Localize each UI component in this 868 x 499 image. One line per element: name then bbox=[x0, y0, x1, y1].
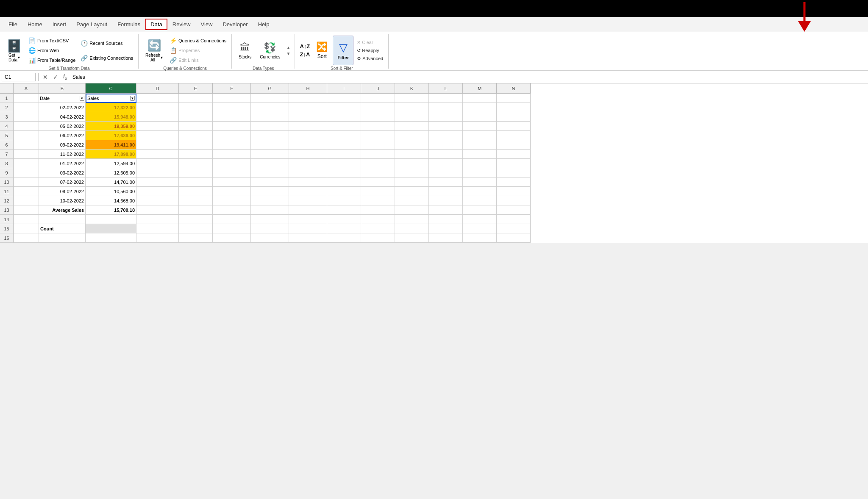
cell-g15[interactable] bbox=[251, 224, 289, 233]
cell-n5[interactable] bbox=[497, 131, 531, 140]
row-number-2[interactable]: 2 bbox=[0, 103, 14, 112]
tab-page-layout[interactable]: Page Layout bbox=[71, 19, 112, 30]
cell-n2[interactable] bbox=[497, 103, 531, 112]
cell-a13[interactable] bbox=[14, 205, 39, 215]
cell-d5[interactable] bbox=[136, 131, 179, 140]
cell-d11[interactable] bbox=[136, 187, 179, 196]
cell-i3[interactable] bbox=[327, 112, 361, 122]
cell-n13[interactable] bbox=[497, 205, 531, 215]
advanced-button[interactable]: ⚙ Advanced bbox=[355, 55, 385, 62]
cell-f16[interactable] bbox=[213, 233, 251, 243]
scroll-up-arrow[interactable]: ▲ bbox=[286, 45, 292, 50]
cell-n7[interactable] bbox=[497, 150, 531, 159]
cell-d13[interactable] bbox=[136, 205, 179, 215]
cell-b5[interactable]: 06-02-2022 bbox=[39, 131, 86, 140]
cell-k15[interactable] bbox=[395, 224, 429, 233]
cell-e2[interactable] bbox=[179, 103, 213, 112]
refresh-all-button[interactable]: 🔄 RefreshAll ▾ bbox=[142, 36, 166, 65]
cell-j7[interactable] bbox=[361, 150, 395, 159]
cell-d16[interactable] bbox=[136, 233, 179, 243]
currencies-button[interactable]: 💱 Currencies bbox=[256, 36, 284, 65]
cell-l12[interactable] bbox=[429, 196, 463, 205]
col-header-f[interactable]: F bbox=[213, 83, 251, 94]
edit-links-button[interactable]: 🔗 Edit Links bbox=[168, 56, 228, 64]
cell-g6[interactable] bbox=[251, 140, 289, 150]
cell-reference-input[interactable] bbox=[2, 73, 36, 81]
tab-view[interactable]: View bbox=[195, 19, 217, 30]
cell-g7[interactable] bbox=[251, 150, 289, 159]
cell-j9[interactable] bbox=[361, 168, 395, 177]
cell-n4[interactable] bbox=[497, 122, 531, 131]
col-header-h[interactable]: H bbox=[289, 83, 327, 94]
cell-g16[interactable] bbox=[251, 233, 289, 243]
cell-h4[interactable] bbox=[289, 122, 327, 131]
cell-g9[interactable] bbox=[251, 168, 289, 177]
cell-j1[interactable] bbox=[361, 94, 395, 103]
cell-c2[interactable]: 17,322.00 bbox=[86, 103, 136, 112]
cell-h13[interactable] bbox=[289, 205, 327, 215]
cell-e15[interactable] bbox=[179, 224, 213, 233]
cell-e13[interactable] bbox=[179, 205, 213, 215]
cell-h14[interactable] bbox=[289, 215, 327, 224]
cell-h3[interactable] bbox=[289, 112, 327, 122]
cell-c5[interactable]: 17,636.00 bbox=[86, 131, 136, 140]
cell-c8[interactable]: 12,594.00 bbox=[86, 159, 136, 168]
cell-j14[interactable] bbox=[361, 215, 395, 224]
cell-n10[interactable] bbox=[497, 177, 531, 187]
cell-g13[interactable] bbox=[251, 205, 289, 215]
cell-c4[interactable]: 19,359.00 bbox=[86, 122, 136, 131]
cell-d14[interactable] bbox=[136, 215, 179, 224]
col-header-g[interactable]: G bbox=[251, 83, 289, 94]
cell-b10[interactable]: 07-02-2022 bbox=[39, 177, 86, 187]
row-number-16[interactable]: 16 bbox=[0, 233, 14, 243]
cell-n11[interactable] bbox=[497, 187, 531, 196]
cell-e7[interactable] bbox=[179, 150, 213, 159]
cell-c7[interactable]: 17,898.00 bbox=[86, 150, 136, 159]
cell-h6[interactable] bbox=[289, 140, 327, 150]
recent-sources-button[interactable]: 🕐 Recent Sources bbox=[79, 39, 135, 47]
cell-a1[interactable] bbox=[14, 94, 39, 103]
cell-i6[interactable] bbox=[327, 140, 361, 150]
col-header-l[interactable]: L bbox=[429, 83, 463, 94]
cell-j6[interactable] bbox=[361, 140, 395, 150]
cell-m15[interactable] bbox=[463, 224, 497, 233]
row-number-13[interactable]: 13 bbox=[0, 205, 14, 215]
tab-insert[interactable]: Insert bbox=[47, 19, 72, 30]
cell-n15[interactable] bbox=[497, 224, 531, 233]
cell-m13[interactable] bbox=[463, 205, 497, 215]
tab-review[interactable]: Review bbox=[167, 19, 196, 30]
cell-i14[interactable] bbox=[327, 215, 361, 224]
cell-k5[interactable] bbox=[395, 131, 429, 140]
row-number-4[interactable]: 4 bbox=[0, 122, 14, 131]
col-header-e[interactable]: E bbox=[179, 83, 213, 94]
properties-button[interactable]: 📋 Properties bbox=[168, 46, 228, 55]
cell-m9[interactable] bbox=[463, 168, 497, 177]
cell-g3[interactable] bbox=[251, 112, 289, 122]
get-data-button[interactable]: 🗄️ GetData ▾ bbox=[3, 36, 25, 65]
clear-button[interactable]: ✕ Clear bbox=[355, 39, 385, 46]
cell-l14[interactable] bbox=[429, 215, 463, 224]
cell-d4[interactable] bbox=[136, 122, 179, 131]
col-header-k[interactable]: K bbox=[395, 83, 429, 94]
cell-e6[interactable] bbox=[179, 140, 213, 150]
tab-home[interactable]: Home bbox=[22, 19, 47, 30]
cell-f10[interactable] bbox=[213, 177, 251, 187]
cell-f13[interactable] bbox=[213, 205, 251, 215]
cell-b7[interactable]: 11-02-2022 bbox=[39, 150, 86, 159]
cell-h16[interactable] bbox=[289, 233, 327, 243]
tab-developer[interactable]: Developer bbox=[217, 19, 253, 30]
cell-h12[interactable] bbox=[289, 196, 327, 205]
cell-i1[interactable] bbox=[327, 94, 361, 103]
cell-f15[interactable] bbox=[213, 224, 251, 233]
cell-b16[interactable] bbox=[39, 233, 86, 243]
cancel-formula-icon[interactable]: ✕ bbox=[41, 73, 50, 81]
cell-h7[interactable] bbox=[289, 150, 327, 159]
cell-k16[interactable] bbox=[395, 233, 429, 243]
filter-button[interactable]: ▽ Filter bbox=[333, 36, 353, 65]
reapply-button[interactable]: ↺ Reapply bbox=[355, 47, 385, 54]
insert-function-icon[interactable]: fx bbox=[61, 72, 69, 82]
cell-g14[interactable] bbox=[251, 215, 289, 224]
cell-k12[interactable] bbox=[395, 196, 429, 205]
cell-h10[interactable] bbox=[289, 177, 327, 187]
cell-g2[interactable] bbox=[251, 103, 289, 112]
